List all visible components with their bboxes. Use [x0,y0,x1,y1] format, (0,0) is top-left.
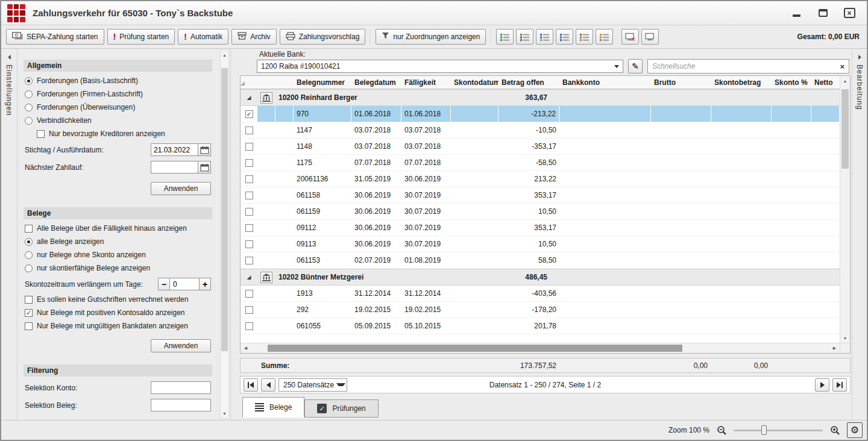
select-all-corner[interactable]: ◢ [241,78,257,87]
scroll-left-icon[interactable]: ◀ [241,343,251,353]
tab-pruefungen[interactable]: ✓ Prüfungen [304,399,378,418]
aktuelle-bank-select[interactable]: 1200 Raiba #190010421 [257,60,623,73]
column-header-5[interactable]: Betrag offen [498,78,559,87]
settings-panel-scrollbar[interactable]: ▲ ▼ [220,50,229,419]
list-multicolor-icon[interactable] [516,29,533,45]
column-header-10[interactable]: Netto [811,78,840,87]
anwenden-button-allgemein[interactable]: Anwenden [151,182,211,195]
zoom-in-icon[interactable] [829,424,841,436]
radio-belege-ohne-skonto[interactable]: nur Belege ohne Skonto anzeigen [25,251,211,260]
table-row[interactable]: 191331.12.201431.12.2014-403,56 [241,286,840,302]
list-blue-check-icon[interactable] [536,29,553,45]
scroll-down-icon[interactable]: ▼ [840,333,850,343]
list-blue-icon[interactable] [556,29,573,45]
radio-verbindlichkeiten[interactable]: Verbindlichkeiten [25,116,211,125]
clear-search-icon[interactable]: × [840,63,844,70]
zoom-slider-thumb[interactable] [761,425,767,435]
minus-stepper-button[interactable]: − [158,278,170,290]
column-header-8[interactable]: Skontobetrag [711,78,772,87]
table-row[interactable]: 114803.07.201803.07.2018-353,17 [241,139,840,155]
row-checkbox[interactable] [245,127,253,134]
scrollbar-thumb[interactable] [221,68,228,351]
row-checkbox[interactable] [245,224,253,232]
zoom-out-icon[interactable] [715,424,728,436]
row-checkbox[interactable] [245,240,253,248]
maximize-button[interactable] [816,7,829,19]
sepa-zahlung-starten-button[interactable]: SEPA-Zahlung starten [6,29,104,45]
row-checkbox[interactable]: ✓ [245,110,253,118]
anwenden-button-belege[interactable]: Anwenden [151,339,211,352]
table-row[interactable]: 06115830.06.201930.07.2019353,17 [241,187,840,204]
checkbox-positiver-kontosaldo[interactable]: Nur Belege mit positiven Kontosaldo anze… [25,308,211,317]
radio-forderungen-ueberweisungen[interactable]: Forderungen (Überweisungen) [25,103,211,112]
collapse-group-icon[interactable]: ◢ [247,95,251,101]
column-header-9[interactable]: Skonto % [772,78,811,87]
radio-forderungen-firmen[interactable]: Forderungen (Firmen-Lastschrift) [25,90,211,99]
row-checkbox[interactable] [245,175,253,183]
group-row[interactable]: ◢10200 Reinhard Berger363,67 [241,89,840,106]
bearbeitung-collapse-strip[interactable]: Bearbeitung [852,49,867,420]
column-header-7[interactable]: Brutto [651,78,711,87]
close-button[interactable]: × [843,7,856,19]
prev-page-button[interactable] [261,378,275,392]
stichtag-input[interactable] [151,143,198,156]
screen-red-x-icon[interactable]: × [621,29,639,45]
column-header-4[interactable]: Skontodatum [451,78,498,87]
selektion-konto-input[interactable] [151,381,211,394]
quick-search-box[interactable]: × [647,59,849,74]
table-row[interactable]: 06105505.09.201505.10.2015201,78 [241,318,840,334]
calendar-icon[interactable] [198,143,211,156]
scroll-up-icon[interactable]: ▲ [840,76,850,86]
scroll-right-icon[interactable]: ▶ [829,343,840,353]
scrollbar-thumb[interactable] [268,345,682,352]
column-header-6[interactable]: Bankkonto [559,78,651,87]
radio-skontierfaehige-belege[interactable]: nur skontierfähige Belege anzeigen [25,264,211,273]
scroll-up-icon[interactable]: ▲ [221,51,228,60]
nur-zuordnungen-anzeigen-button[interactable]: nur Zuordnungen anzeigen [376,29,486,45]
table-row[interactable]: 06115930.06.201930.07.201910,50 [241,204,840,220]
screen-green-check-icon[interactable]: ✓ [641,29,659,45]
column-header-1[interactable]: Belegnummer [294,78,351,87]
archiv-button[interactable]: Archiv [231,29,276,45]
table-row[interactable]: 117507.07.201807.07.2018-58,50 [241,155,840,171]
row-checkbox[interactable] [245,290,253,298]
selektion-beleg-input[interactable] [151,399,211,411]
settings-gear-button[interactable]: ⚙ [847,422,863,438]
zahlungsvorschlag-button[interactable]: Zahlungsvorschlag [280,29,366,45]
checkbox-ungueltige-bankdaten[interactable]: Nur Belege mit ungültigen Bankdaten anze… [25,322,211,331]
row-checkbox[interactable] [245,306,253,314]
row-checkbox[interactable] [245,143,253,151]
radio-alle-belege[interactable]: alle Belege anzeigen [25,237,211,246]
row-checkbox[interactable] [245,322,253,330]
quick-search-input[interactable] [652,62,836,70]
row-checkbox[interactable] [245,192,253,199]
row-checkbox[interactable] [245,159,253,167]
page-size-select[interactable]: 250 Datensätze [278,378,347,392]
table-row[interactable]: 0911330.06.201930.07.201910,50 [241,236,840,252]
settings-collapse-strip[interactable]: Einstellungen [1,49,17,420]
horizontal-scrollbar[interactable]: ◀ ▶ [241,343,850,353]
pruefung-starten-button[interactable]: ! Prüfung starten [107,29,175,45]
checkbox-faelligkeit-hinaus[interactable]: Alle Belege über die Fälligkeit hinaus a… [25,224,211,233]
zoom-slider[interactable] [734,425,823,436]
skontozeitraum-input[interactable] [170,278,199,290]
vertical-scrollbar[interactable]: ▲ ▼ [840,76,850,343]
checkbox-bevorzugte-kreditoren[interactable]: Nur bevorzugte Kreditoren anzeigen [37,130,211,139]
row-checkbox[interactable] [245,257,253,264]
plus-stepper-button[interactable]: + [199,278,211,290]
table-row[interactable]: 06115302.07.201901.08.201958,50 [241,252,840,269]
group-row[interactable]: ◢10202 Büntner Metzgerei486,45 [241,269,840,286]
next-page-button[interactable] [815,378,829,392]
list-green-icon[interactable] [496,29,514,45]
automatik-button[interactable]: ! Automatik [178,29,228,45]
collapse-group-icon[interactable]: ◢ [247,275,251,280]
row-checkbox[interactable] [245,208,253,216]
minimize-button[interactable] [790,7,803,19]
first-page-button[interactable] [244,378,258,392]
zahllauf-input[interactable] [151,161,198,174]
list-brown-icon[interactable] [576,29,593,45]
scroll-down-icon[interactable]: ▼ [221,409,228,418]
column-header-3[interactable]: Fälligkeit [401,78,451,87]
edit-bank-button[interactable]: ✎ [628,59,643,74]
scrollbar-thumb[interactable] [841,89,849,169]
